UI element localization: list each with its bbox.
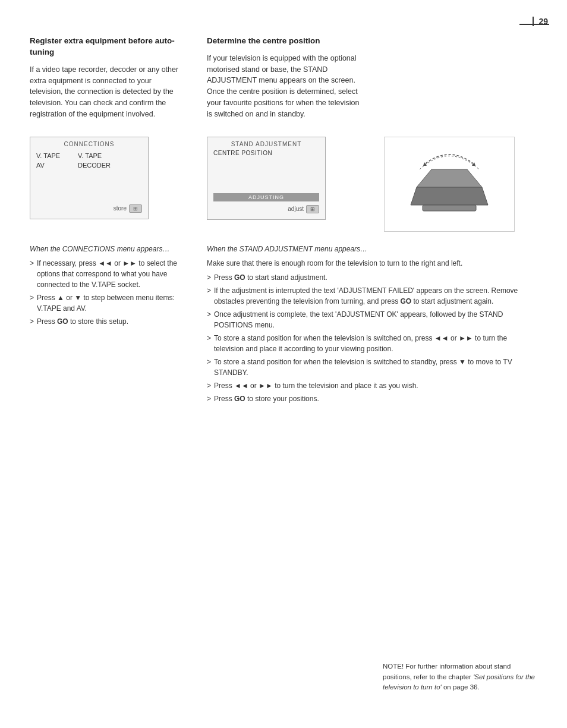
right-instruction-3: Once adjustment is complete, the text 'A…: [207, 309, 537, 330]
left-instructions-list: If necessary, press ◄◄ or ►► to select t…: [30, 258, 183, 327]
connections-row-1: V. TAPE V. TAPE: [36, 151, 142, 160]
stand-adjust-icon: ⊞: [306, 205, 319, 213]
connections-menu-box: CONNECTIONS V. TAPE V. TAPE AV DECODER s…: [30, 137, 149, 219]
right-instruction-4: To store a stand position for when the t…: [207, 333, 537, 354]
svg-marker-5: [417, 169, 482, 187]
connections-menu-title: CONNECTIONS: [36, 141, 142, 147]
note-section: NOTE! For further information about stan…: [383, 661, 537, 692]
connections-menu-col: CONNECTIONS V. TAPE V. TAPE AV DECODER s…: [30, 126, 183, 232]
left-section: Register extra equipment before auto-tun…: [30, 36, 183, 120]
left-section-title: Register extra equipment before auto-tun…: [30, 36, 183, 58]
right-instruction-6: Press ◄◄ or ►► to turn the television an…: [207, 380, 537, 391]
left-instruction-3: Press GO to store this setup.: [30, 316, 183, 327]
stand-menu-box: STAND ADJUSTMENT CENTRE POSITION ADJUSTI…: [207, 137, 326, 220]
connections-col1-row2: AV: [36, 162, 66, 169]
connections-col1-row1: V. TAPE: [36, 152, 66, 159]
right-section-title: Determine the centre position: [207, 36, 360, 47]
right-instructions-list: Press GO to start stand adjustment. If t…: [207, 272, 537, 404]
stand-menu-footer: adjust ⊞: [213, 205, 319, 213]
instructions-section: When the CONNECTIONS menu appears… If ne…: [30, 244, 537, 407]
connections-store-icon: ⊞: [129, 204, 142, 213]
tv-stand-svg: [390, 140, 509, 229]
connections-store-label: store: [114, 205, 127, 212]
page-number: 29: [533, 17, 548, 26]
right-instructions-header: When the STAND ADJUSTMENT menu appears…: [207, 244, 537, 255]
connections-row-2: AV DECODER: [36, 160, 142, 170]
right-instruction-7: Press GO to store your positions.: [207, 393, 537, 404]
stand-menu-subtitle: CENTRE POSITION: [213, 150, 319, 156]
stand-menu-col: STAND ADJUSTMENT CENTRE POSITION ADJUSTI…: [207, 126, 360, 232]
right-instruction-1: Press GO to start stand adjustment.: [207, 272, 537, 283]
stand-adjust-label: adjust: [288, 206, 304, 212]
left-instruction-1: If necessary, press ◄◄ or ►► to select t…: [30, 258, 183, 290]
left-instructions: When the CONNECTIONS menu appears… If ne…: [30, 244, 183, 407]
connections-col2-row2: DECODER: [78, 162, 111, 169]
left-section-body: If a video tape recorder, decoder or any…: [30, 64, 183, 120]
right-instruction-5: To store a stand position for when the t…: [207, 357, 537, 378]
svg-marker-3: [411, 187, 488, 205]
left-instructions-header: When the CONNECTIONS menu appears…: [30, 244, 183, 255]
left-instruction-2: Press ▲ or ▼ to step between menu items:…: [30, 292, 183, 314]
tv-stand-illustration-col: [384, 126, 537, 232]
right-instructions: When the STAND ADJUSTMENT menu appears… …: [207, 244, 537, 407]
connections-menu-footer: store ⊞: [36, 204, 142, 213]
right-section-body: If your television is equipped with the …: [207, 53, 360, 120]
stand-menu-title: STAND ADJUSTMENT: [213, 141, 319, 147]
connections-col2-row1: V. TAPE: [78, 152, 108, 159]
right-instruction-2: If the adjustment is interrupted the tex…: [207, 285, 537, 307]
tv-stand-illustration: [384, 137, 515, 232]
right-section: Determine the centre position If your te…: [207, 36, 360, 120]
right-instructions-intro: Make sure that there is enough room for …: [207, 258, 537, 269]
adjusting-bar: ADJUSTING: [213, 193, 319, 201]
note-text: NOTE! For further information about stan…: [383, 663, 535, 691]
third-col-top: [384, 36, 537, 120]
svg-rect-4: [423, 205, 476, 211]
